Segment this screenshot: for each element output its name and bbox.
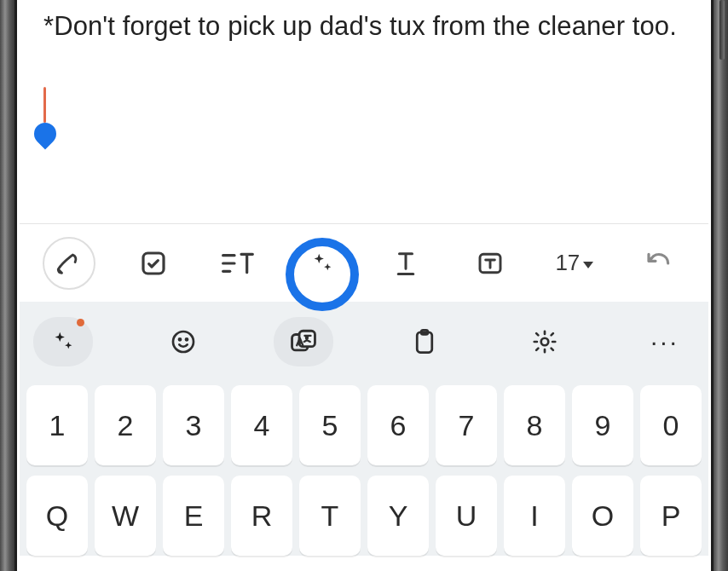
key-t[interactable]: T bbox=[299, 476, 361, 556]
note-text[interactable]: *Don't forget to pick up dad's tux from … bbox=[43, 9, 685, 44]
device-bezel-right bbox=[711, 0, 728, 571]
text-format-button[interactable] bbox=[213, 239, 263, 288]
text-style-button[interactable] bbox=[381, 239, 430, 288]
undo-icon bbox=[644, 250, 673, 277]
translate-icon bbox=[289, 327, 318, 356]
ai-assist-button[interactable] bbox=[294, 235, 350, 291]
font-size-button[interactable]: 17 bbox=[555, 239, 593, 288]
checkbox-icon bbox=[140, 250, 167, 277]
key-r[interactable]: R bbox=[231, 476, 292, 556]
screen: *Don't forget to pick up dad's tux from … bbox=[20, 0, 708, 571]
emoji-icon bbox=[170, 328, 197, 355]
svg-point-8 bbox=[186, 338, 188, 340]
key-w[interactable]: W bbox=[95, 476, 156, 556]
kb-ai-button[interactable] bbox=[33, 317, 93, 366]
checkbox-button[interactable] bbox=[129, 239, 178, 288]
chevron-down-icon bbox=[583, 262, 593, 268]
key-8[interactable]: 8 bbox=[504, 385, 565, 465]
kb-emoji-button[interactable] bbox=[153, 317, 213, 366]
key-4[interactable]: 4 bbox=[231, 385, 292, 465]
clipboard-icon bbox=[412, 327, 437, 356]
svg-point-7 bbox=[179, 338, 181, 340]
text-caret bbox=[43, 87, 46, 123]
key-e[interactable]: E bbox=[163, 476, 224, 556]
device-side-button bbox=[719, 0, 725, 60]
key-6[interactable]: 6 bbox=[367, 385, 429, 465]
key-y[interactable]: Y bbox=[367, 476, 429, 556]
key-3[interactable]: 3 bbox=[163, 385, 224, 465]
key-q[interactable]: Q bbox=[26, 476, 88, 556]
key-2[interactable]: 2 bbox=[95, 385, 156, 465]
note-toolbar: 17 bbox=[20, 223, 708, 302]
kb-translate-button[interactable] bbox=[274, 317, 333, 366]
key-1[interactable]: 1 bbox=[26, 385, 88, 465]
key-0[interactable]: 0 bbox=[640, 385, 702, 465]
keyboard-row-qwerty: Q W E R T Y U I O P bbox=[26, 476, 702, 556]
svg-point-6 bbox=[173, 332, 194, 352]
kb-settings-button[interactable] bbox=[515, 317, 575, 366]
text-box-button[interactable] bbox=[465, 239, 515, 288]
key-u[interactable]: U bbox=[436, 476, 497, 556]
text-box-icon bbox=[477, 250, 504, 277]
keyboard-action-row: ··· bbox=[20, 302, 708, 382]
cursor-handle[interactable] bbox=[30, 118, 61, 150]
pen-tool-button[interactable] bbox=[43, 237, 95, 290]
sparkle-icon bbox=[50, 329, 76, 355]
gear-icon bbox=[531, 328, 558, 355]
note-editor[interactable]: *Don't forget to pick up dad's tux from … bbox=[20, 0, 708, 223]
keyboard: 1 2 3 4 5 6 7 8 9 0 Q W E R T Y U I O bbox=[20, 382, 708, 556]
key-9[interactable]: 9 bbox=[572, 385, 633, 465]
undo-button[interactable] bbox=[634, 239, 684, 288]
sparkle-icon bbox=[309, 251, 335, 276]
device-bezel-left bbox=[0, 0, 17, 571]
svg-point-13 bbox=[540, 338, 548, 346]
notification-dot-icon bbox=[77, 319, 84, 326]
more-icon: ··· bbox=[650, 327, 679, 356]
text-style-icon bbox=[393, 249, 419, 278]
key-o[interactable]: O bbox=[572, 476, 633, 556]
font-size-label: 17 bbox=[555, 250, 580, 276]
keyboard-number-row: 1 2 3 4 5 6 7 8 9 0 bbox=[26, 385, 702, 465]
key-i[interactable]: I bbox=[504, 476, 565, 556]
key-5[interactable]: 5 bbox=[299, 385, 361, 465]
kb-more-button[interactable]: ··· bbox=[635, 317, 695, 366]
key-7[interactable]: 7 bbox=[436, 385, 497, 465]
pen-icon bbox=[55, 249, 84, 278]
key-p[interactable]: P bbox=[640, 476, 702, 556]
kb-clipboard-button[interactable] bbox=[395, 317, 454, 366]
text-format-icon bbox=[221, 250, 255, 277]
